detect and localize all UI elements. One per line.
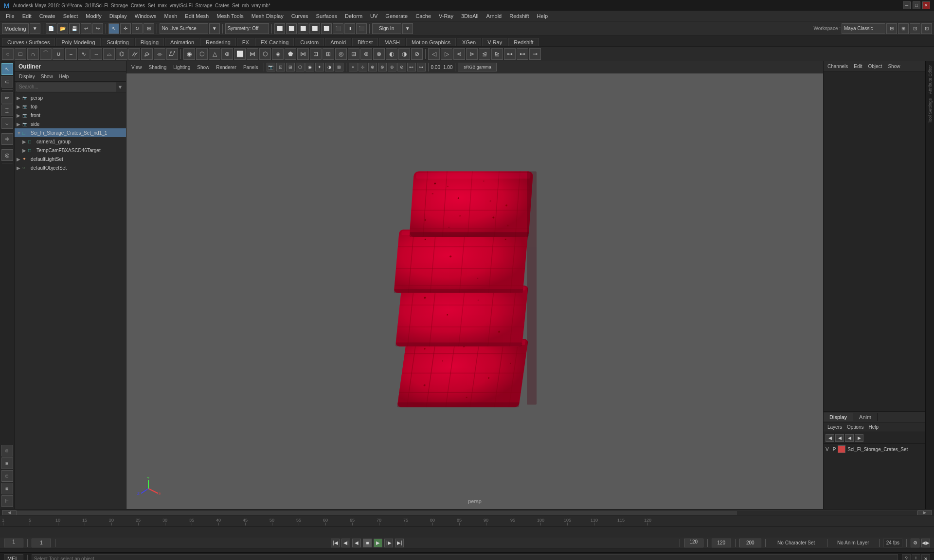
cb-menu-show[interactable]: Show xyxy=(886,64,902,69)
vp-menu-renderer[interactable]: Renderer xyxy=(213,65,239,70)
module-tab-12[interactable]: Motion Graphics xyxy=(406,38,456,46)
open-scene-btn[interactable]: 📂 xyxy=(57,23,68,34)
module-tab-1[interactable]: Poly Modeling xyxy=(56,38,100,46)
vp-icon-smooth[interactable]: ◉ xyxy=(305,63,314,71)
end-frame-display[interactable]: 120 xyxy=(684,539,703,547)
shelf-btn-curve2[interactable]: ⌒ xyxy=(40,48,52,60)
timeline-scrollbar[interactable] xyxy=(17,510,917,515)
vp-icon-snap3[interactable]: ⊕ xyxy=(368,63,377,71)
shelf-btn-curve3[interactable]: ∪ xyxy=(53,48,64,60)
vp-icon-snap7[interactable]: ⊷ xyxy=(407,63,416,71)
menu-file[interactable]: File xyxy=(2,12,18,20)
viewport[interactable]: persp X Y Z xyxy=(126,73,823,509)
module-tab-15[interactable]: Redshift xyxy=(508,38,539,46)
shelf-btn-group9[interactable]: ⊘ xyxy=(411,48,423,60)
shelf-btn-group5[interactable]: ⊛ xyxy=(360,48,372,60)
no-live-surface-dropdown[interactable]: ▼ xyxy=(209,23,220,34)
shelf-btn-poly[interactable]: ⬡ xyxy=(259,48,271,60)
shelf-btn-group2[interactable]: ⊞ xyxy=(323,48,334,60)
vp-icon-snap8[interactable]: ⊶ xyxy=(417,63,426,71)
outliner-filter-btn[interactable]: ▼ xyxy=(116,83,124,91)
layout-btn2[interactable]: ⊞ xyxy=(898,23,909,34)
mel-label[interactable]: MEL xyxy=(4,554,23,560)
shelf-btn-box[interactable]: ⬡ xyxy=(196,48,208,60)
select-btn[interactable]: ↖ xyxy=(1,63,13,75)
shelf-btn-deform5[interactable]: ⊴ xyxy=(479,48,490,60)
sign-in-btn[interactable]: Sign In xyxy=(372,23,401,34)
shelf-btn-sphere[interactable]: ◉ xyxy=(183,48,195,60)
menu-help[interactable]: Help xyxy=(533,12,552,20)
rotate-tool-btn[interactable]: ↻ xyxy=(132,23,143,34)
render-btn6[interactable]: ⬛ xyxy=(333,23,343,34)
tree-item[interactable]: ▶TempCamFBXASCD46Target xyxy=(15,146,126,155)
shelf-btn-curve5[interactable]: ∿ xyxy=(78,48,90,60)
menu-curves[interactable]: Curves xyxy=(287,12,312,20)
menu-create[interactable]: Create xyxy=(36,12,59,20)
new-scene-btn[interactable]: 📄 xyxy=(46,23,56,34)
snap-btn[interactable]: ◎ xyxy=(1,149,13,161)
menu-redshift[interactable]: Redshift xyxy=(505,12,533,20)
module-tab-2[interactable]: Sculpting xyxy=(102,38,134,46)
shelf-btn-deform1[interactable]: ◁ xyxy=(428,48,440,60)
max-range-input[interactable] xyxy=(739,539,761,547)
module-tab-8[interactable]: Custom xyxy=(295,38,324,46)
timeline-scroll-right[interactable]: ▶ xyxy=(917,510,932,515)
shelf-btn-curve9[interactable]: ⌭ xyxy=(128,48,140,60)
vp-menu-show[interactable]: Show xyxy=(194,65,212,70)
vp-icon-wire[interactable]: ⬡ xyxy=(296,63,305,71)
cb-menu-channels[interactable]: Channels xyxy=(826,64,850,69)
grid-btn3[interactable]: ⊡ xyxy=(1,470,13,482)
module-tab-10[interactable]: Bifrost xyxy=(352,38,378,46)
redo-btn[interactable]: ↪ xyxy=(92,23,103,34)
go-end-btn[interactable]: ▶| xyxy=(395,539,404,547)
shelf-btn-deform8[interactable]: ⊷ xyxy=(517,48,528,60)
render-btn3[interactable]: ⬜ xyxy=(298,23,308,34)
menu-windows[interactable]: Windows xyxy=(131,12,161,20)
shelf-btn-group3[interactable]: ◎ xyxy=(335,48,347,60)
shelf-btn-deform9[interactable]: ⊸ xyxy=(529,48,541,60)
shelf-btn-group4[interactable]: ⊟ xyxy=(348,48,359,60)
move-tool-btn[interactable]: ✛ xyxy=(120,23,131,34)
menu-uv[interactable]: UV xyxy=(366,12,381,20)
render-btn5[interactable]: ⬜ xyxy=(321,23,332,34)
tree-item[interactable]: ▶top xyxy=(15,102,126,111)
menu-cache[interactable]: Cache xyxy=(412,12,435,20)
da-menu-layers[interactable]: Layers xyxy=(826,424,844,430)
layer-v-label[interactable]: V xyxy=(826,447,829,452)
tree-expand[interactable]: ▶ xyxy=(17,165,22,171)
save-scene-btn[interactable]: 💾 xyxy=(69,23,80,34)
shelf-btn-group7[interactable]: ◐ xyxy=(386,48,397,60)
module-tab-0[interactable]: Curves / Surfaces xyxy=(2,38,55,46)
shelf-btn-deform4[interactable]: ⊳ xyxy=(466,48,478,60)
outliner-search-input[interactable] xyxy=(17,83,116,91)
vp-menu-view[interactable]: View xyxy=(128,65,145,70)
playback-options-btn[interactable]: ◀▶ xyxy=(921,539,930,547)
mode-selector[interactable]: Modeling xyxy=(2,23,29,34)
vp-icon-camera[interactable]: 📷 xyxy=(267,63,275,71)
menu-modify[interactable]: Modify xyxy=(82,12,105,20)
vp-icon-snap5[interactable]: ⊛ xyxy=(388,63,396,71)
scale-tool-btn[interactable]: ⊞ xyxy=(144,23,154,34)
module-tab-11[interactable]: MASH xyxy=(379,38,405,46)
menu-mesh[interactable]: Mesh xyxy=(160,12,181,20)
module-tab-6[interactable]: FX xyxy=(237,38,254,46)
display-tab[interactable]: Display xyxy=(824,413,853,421)
tree-item[interactable]: ▶front xyxy=(15,111,126,120)
grid-btn5[interactable]: ⊢ xyxy=(1,495,13,507)
layout-btn4[interactable]: ⊡ xyxy=(921,23,932,34)
shelf-btn-group8[interactable]: ◑ xyxy=(398,48,410,60)
vp-gamma-dropdown[interactable]: sRGB gamma xyxy=(458,63,497,71)
menu-mesh-tools[interactable]: Mesh Tools xyxy=(213,12,247,20)
cb-menu-edit[interactable]: Edit xyxy=(852,64,864,69)
dc-prev-btn[interactable]: ◀ xyxy=(826,434,834,442)
dc-back-btn[interactable]: ▶ xyxy=(855,434,863,442)
current-frame-input[interactable]: 1 xyxy=(4,539,23,547)
render-btn1[interactable]: ⬜ xyxy=(274,23,285,34)
render-btn7[interactable]: ⏸ xyxy=(344,23,355,34)
range-start-input[interactable] xyxy=(32,539,51,547)
vp-icon-light[interactable]: ✦ xyxy=(315,63,324,71)
module-tab-7[interactable]: FX Caching xyxy=(255,38,294,46)
timeline-track[interactable] xyxy=(0,527,934,538)
vp-menu-lighting[interactable]: Lighting xyxy=(170,65,193,70)
mode-dropdown[interactable]: ▼ xyxy=(30,23,40,34)
